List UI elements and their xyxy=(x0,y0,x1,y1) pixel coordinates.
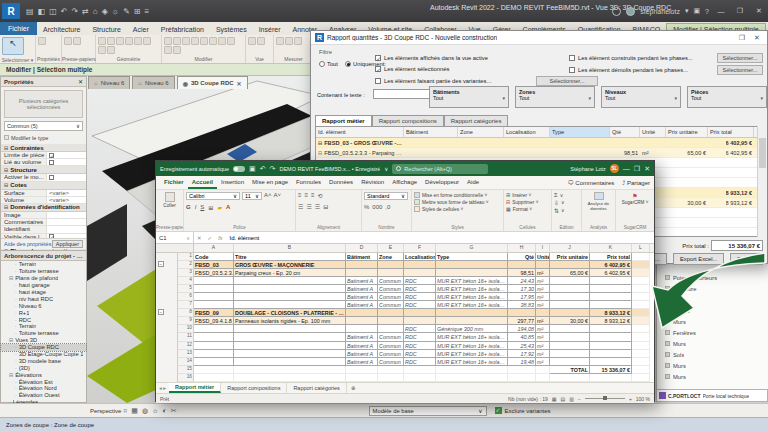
cell-G5[interactable]: MUR EXT béton 16+ isolant 14 xyxy=(436,285,508,293)
tree-item[interactable]: ·RDC xyxy=(1,316,86,323)
cell-A13[interactable] xyxy=(194,350,234,358)
radio-tout[interactable]: Tout xyxy=(319,61,338,67)
cell-A15[interactable] xyxy=(194,366,234,374)
redo-icon[interactable]: ↷ xyxy=(270,165,276,173)
cell-E8[interactable] xyxy=(378,309,404,317)
undo-icon[interactable]: ↶ xyxy=(260,165,266,173)
close-icon[interactable]: ✕ xyxy=(237,80,242,87)
tool-icon[interactable] xyxy=(285,37,293,45)
modify-tool-button[interactable]: ↖ xyxy=(2,37,24,55)
tool-icon[interactable] xyxy=(257,37,265,45)
checkbox-icon[interactable] xyxy=(49,175,54,180)
cell-F12[interactable]: RDC xyxy=(404,342,436,350)
column-letter-A[interactable]: A xyxy=(194,244,234,252)
sugarcrm-button[interactable]: SugarCRM ˅ xyxy=(622,200,649,205)
cell-I11[interactable]: m² xyxy=(536,333,550,341)
column-letter-J[interactable]: J xyxy=(550,244,590,252)
cell-G9[interactable] xyxy=(436,317,508,325)
revit-username[interactable]: stephanelotz xyxy=(640,8,680,15)
qat-icon-3[interactable]: ↶ xyxy=(61,7,68,16)
search-icon[interactable] xyxy=(612,7,621,16)
formula-content[interactable]: Id. élément xyxy=(230,235,260,241)
column-header[interactable]: Type xyxy=(550,127,610,137)
tree-item[interactable]: ·niv haut RDC xyxy=(1,295,86,302)
close-icon[interactable]: ✕ xyxy=(78,78,83,85)
outline-gutter[interactable] xyxy=(156,317,178,325)
cell-B1[interactable]: Titre xyxy=(234,253,346,261)
dialog-checkbox-3[interactable]: Les élément construits pendant les phase… xyxy=(569,55,693,61)
zoom-out-icon[interactable]: − xyxy=(578,396,581,402)
sheet-tab-Rapport compositions[interactable]: Rapport compositions xyxy=(221,383,287,393)
cell-E15[interactable] xyxy=(378,366,404,374)
cell-E7[interactable]: Commun xyxy=(378,301,404,309)
excel-tab-Données[interactable]: Données xyxy=(325,177,357,189)
view-tab-0[interactable]: ⌂Niveau 6 xyxy=(88,76,130,89)
autosum-button[interactable]: Σ ∨ xyxy=(554,192,579,198)
cell-G11[interactable]: MUR EXT béton 16+ isolant 14 xyxy=(436,333,508,341)
cell-A6[interactable] xyxy=(194,293,234,301)
cell-D11[interactable]: Batiment A xyxy=(346,333,378,341)
font-size-combo[interactable]: 11∨ xyxy=(242,192,262,200)
shrink-font-icon[interactable]: A˅ xyxy=(274,192,282,200)
outline-gutter[interactable]: − xyxy=(156,261,178,269)
data-analysis-icon[interactable] xyxy=(594,192,604,200)
align-left-icon[interactable]: ☰ xyxy=(298,203,303,210)
tree-item[interactable]: ·Élévation Est xyxy=(1,378,86,385)
cell-B5[interactable] xyxy=(234,285,346,293)
excel-search-box[interactable]: Rechercher (Alt+Q) xyxy=(392,164,488,174)
cell-D9[interactable] xyxy=(346,317,378,325)
tool-icon[interactable] xyxy=(164,46,172,54)
property-group[interactable]: ⊟Contraintes xyxy=(1,144,86,152)
cell-H14[interactable]: 19,48 xyxy=(508,358,536,366)
contains-input[interactable] xyxy=(373,89,437,99)
cell-I10[interactable]: m² xyxy=(536,325,550,333)
cell-I5[interactable]: m² xyxy=(536,285,550,293)
collapse-icon[interactable]: ⊟ xyxy=(318,150,322,156)
cell-F6[interactable]: RDC xyxy=(404,293,436,301)
cell-K2[interactable]: 6 402,95 € xyxy=(590,261,632,269)
row-number[interactable]: 3 xyxy=(178,269,194,277)
cell-D5[interactable]: Batiment A xyxy=(346,285,378,293)
outline-gutter[interactable] xyxy=(156,253,178,261)
cell-B13[interactable] xyxy=(234,350,346,358)
dialog-checkbox-1[interactable]: ✓Les élément sélectionnés xyxy=(375,66,449,72)
sheet-tab-Rapport catégories[interactable]: Rapport catégories xyxy=(287,383,346,393)
tree-item[interactable]: ·3D Coupe RDC xyxy=(1,344,86,351)
cell-I15[interactable] xyxy=(536,366,550,374)
tool-icon[interactable] xyxy=(73,37,81,45)
tree-item[interactable]: ·3D Etage-Coupe Copie 1 xyxy=(1,351,86,358)
outline-gutter[interactable] xyxy=(156,301,178,309)
cell-G2[interactable] xyxy=(436,261,508,269)
outline-gutter[interactable] xyxy=(156,285,178,293)
cell-K13[interactable] xyxy=(590,350,632,358)
shadows-icon[interactable]: ◐ xyxy=(162,407,166,414)
cell-K8[interactable]: 8 933,12 € xyxy=(590,309,632,317)
cell-J3[interactable]: 65,00 € xyxy=(550,269,590,277)
property-value[interactable]: ✓ xyxy=(46,152,86,158)
cell-K14[interactable] xyxy=(590,358,632,366)
cell-G16[interactable] xyxy=(436,374,508,382)
tree-item[interactable]: ⊟Vues 3D xyxy=(1,337,86,344)
column-letter-B[interactable]: B xyxy=(234,244,346,252)
cell-I6[interactable]: m² xyxy=(536,293,550,301)
cell-K6[interactable] xyxy=(590,293,632,301)
row-number[interactable]: 14 xyxy=(178,358,194,366)
cell-B10[interactable] xyxy=(234,325,346,333)
excel-tab-Affichage[interactable]: Affichage xyxy=(388,177,421,189)
cell-F13[interactable]: RDC xyxy=(404,350,436,358)
phase-combo[interactable]: Modèle de base ∨ xyxy=(369,406,487,416)
collapse-icon[interactable]: ⊟ xyxy=(318,140,322,146)
chevron-down-icon[interactable]: ▾ xyxy=(685,7,689,15)
filter-combo-2[interactable]: NiveauxTout▾ xyxy=(601,86,681,108)
cell-E12[interactable]: Commun xyxy=(378,342,404,350)
cell-F10[interactable]: RDC xyxy=(404,325,436,333)
minimize-button[interactable]: — xyxy=(623,165,630,172)
qat-icon-4[interactable]: ↷ xyxy=(71,7,78,16)
revit-tab[interactable]: Systèmes xyxy=(210,24,253,35)
cell-J14[interactable] xyxy=(550,358,590,366)
cell-F9[interactable] xyxy=(404,317,436,325)
cell-G3[interactable] xyxy=(436,269,508,277)
scale-icon[interactable]: ⌗ xyxy=(123,407,127,415)
cell-B4[interactable] xyxy=(234,277,346,285)
cell-H11[interactable]: 40,85 xyxy=(508,333,536,341)
